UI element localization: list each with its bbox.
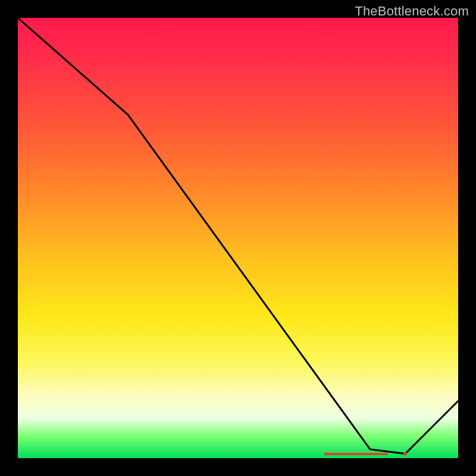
watermark-text: TheBottleneck.com — [355, 4, 469, 19]
chart-stage: TheBottleneck.com — [0, 0, 476, 476]
marker-bar — [326, 453, 388, 455]
marker-dot-0 — [324, 452, 328, 456]
plot-area — [18, 18, 458, 458]
marker-dot-1 — [403, 452, 407, 456]
line-overlay-svg — [18, 18, 458, 458]
data-curve — [18, 18, 458, 454]
